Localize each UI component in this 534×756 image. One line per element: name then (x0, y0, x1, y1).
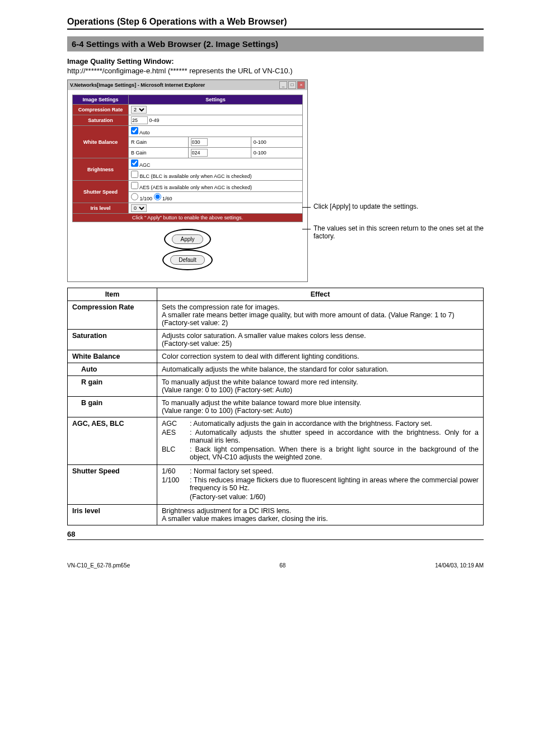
annotations: Click [Apply] to update the settings. Th… (308, 79, 484, 254)
footer-right: 14/04/03, 10:19 AM (435, 562, 484, 569)
footer-left: VN-C10_E_62-78.pm65e (67, 562, 130, 569)
shutter-radio-cell: 1/100 1/60 (129, 192, 303, 203)
table-header-left: Image Settings (73, 95, 129, 105)
b-gain-range: 0-100 (251, 148, 302, 158)
blc-cell: BLC (BLC is available only when AGC is c… (129, 170, 303, 181)
subsection-header: 6-4 Settings with a Web Browser (2. Imag… (67, 36, 484, 51)
ie-titlebar: V.Networks[Image Settings] - Microsoft I… (68, 80, 307, 90)
iris-level-select[interactable]: 0 (131, 204, 147, 212)
apply-annotation: Click [Apply] to update the settings. (313, 203, 484, 210)
instruction-text: Click " Apply" button to enable the abov… (73, 214, 303, 222)
b-gain-label: B Gain (129, 148, 189, 158)
table-row-item: B gain (68, 397, 157, 417)
window-controls: _ □ × (279, 81, 305, 89)
shutter-effect: 1/60: Normal factory set speed.1/100: Th… (157, 465, 484, 505)
main-table-header-effect: Effect (157, 288, 484, 301)
shutter-1-100-radio[interactable] (131, 193, 138, 200)
b-gain-input[interactable] (191, 149, 208, 157)
default-annotation: The values set in this screen return to … (313, 224, 484, 240)
url-text: http://******/configimage-e.html (******… (67, 67, 484, 75)
page-number: 68 (67, 530, 484, 538)
ie-window: V.Networks[Image Settings] - Microsoft I… (67, 79, 308, 282)
r-gain-cell (188, 137, 251, 148)
table-row-effect: Adjusts color saturation. A smaller valu… (157, 330, 484, 350)
footer: VN-C10_E_62-78.pm65e 68 14/04/03, 10:19 … (67, 562, 484, 569)
shutter-1-60-label: 1/60 (162, 196, 172, 201)
compression-rate-cell: 2 (129, 105, 303, 115)
aes-label: AES (AES is available only when AGC is c… (139, 185, 252, 190)
blc-label: BLC (BLC is available only when AGC is c… (140, 173, 252, 179)
compression-rate-select[interactable]: 2 (131, 106, 147, 114)
agc-checkbox[interactable] (131, 159, 138, 167)
compression-rate-label: Compression Rate (73, 105, 129, 115)
main-table: Item Effect Compression RateSets the com… (67, 288, 484, 525)
footer-center: 68 (279, 562, 285, 569)
iris-level-label: Iris level (73, 203, 129, 214)
r-gain-input[interactable] (191, 138, 208, 146)
table-row-item: Auto (68, 363, 157, 376)
table-header-right: Settings (129, 95, 303, 105)
settings-table: Image Settings Settings Compression Rate… (72, 95, 303, 222)
table-row-effect: Automatically adjusts the white balance,… (157, 363, 484, 376)
main-table-header-item: Item (68, 288, 157, 301)
shutter-speed-label: Shutter Speed (73, 181, 129, 203)
saturation-input[interactable] (131, 116, 148, 124)
minimize-icon[interactable]: _ (279, 81, 287, 89)
brightness-label: Brightness (73, 158, 129, 181)
aes-cell: AES (AES is available only when AGC is c… (129, 181, 303, 192)
section-header: Operations (Step 6 Operations with a Web… (67, 17, 484, 30)
table-row-effect: Sets the compression rate for images.A s… (157, 301, 484, 330)
agc-cell: AGC (129, 158, 303, 170)
iris-level-cell: 0 (129, 203, 303, 214)
agc-label: AGC (139, 162, 151, 168)
default-button[interactable]: Default (170, 255, 205, 265)
wb-auto-checkbox[interactable] (131, 127, 138, 134)
b-gain-cell (188, 148, 251, 158)
blc-checkbox[interactable] (131, 171, 138, 178)
wb-auto-label: Auto (139, 130, 150, 135)
shutter-1-100-label: 1/100 (140, 196, 153, 201)
agc-effect: AGC: Automatically adjusts the gain in a… (157, 417, 484, 465)
iris-effect: Brightness adjustment for a DC IRIS lens… (157, 505, 484, 525)
table-row-item: White Balance (68, 350, 157, 363)
close-icon[interactable]: × (297, 81, 305, 89)
table-row-item: R gain (68, 376, 157, 397)
shutter-1-60-radio[interactable] (154, 193, 161, 200)
ie-titlebar-text: V.Networks[Image Settings] - Microsoft I… (70, 82, 205, 88)
saturation-cell: 0-49 (129, 115, 303, 126)
table-row-item: Saturation (68, 330, 157, 350)
table-row-item: Compression Rate (68, 301, 157, 330)
white-balance-label: White Balance (73, 126, 129, 158)
maximize-icon[interactable]: □ (288, 81, 296, 89)
table-row-effect: Color correction system to deal with dif… (157, 350, 484, 363)
iris-item: Iris level (68, 505, 157, 525)
apply-button[interactable]: Apply (172, 234, 203, 244)
wb-auto-cell: Auto (129, 126, 303, 137)
window-title: Image Quality Setting Window: (67, 57, 484, 65)
r-gain-range: 0-100 (251, 137, 302, 148)
table-row-effect: To manually adjust the white balance tow… (157, 397, 484, 417)
r-gain-label: R Gain (129, 137, 189, 148)
agc-item: AGC, AES, BLC (68, 417, 157, 465)
saturation-range: 0-49 (149, 118, 160, 123)
aes-checkbox[interactable] (131, 182, 138, 189)
table-row-effect: To manually adjust the white balance tow… (157, 376, 484, 397)
saturation-label: Saturation (73, 115, 129, 126)
shutter-item: Shutter Speed (68, 465, 157, 505)
